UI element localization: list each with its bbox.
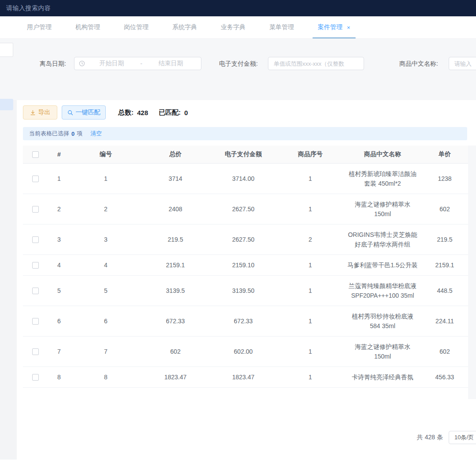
tab-menu-mgmt[interactable]: 菜单管理 [269,16,294,38]
left-gutter [0,100,17,460]
cell-code: 3 [71,224,141,254]
cell-code: 5 [71,275,141,306]
tab-system-dict[interactable]: 系统字典 [172,16,197,38]
cell-name: 卡诗菁纯亮泽经典香氛 [344,367,421,387]
cell-total: 672.33 [141,306,210,336]
date-range-picker[interactable]: 开始日期 - 结束日期 [74,57,201,70]
table-row: 1137143714.001植村秀新琥珀臻萃洁颜油套装 450ml*21238 [23,163,468,194]
header-checkbox-cell [23,146,48,163]
col-total-price: 总价 [141,146,210,163]
amount-input[interactable] [268,57,364,70]
date-end-placeholder[interactable]: 结束日期 [145,60,197,67]
tab-business-dict[interactable]: 业务字典 [221,16,245,38]
table-row: 77602602.001海蓝之谜修护精萃水 150ml602 [23,336,468,367]
table-header-row: # 编号 总价 电子支付金额 商品序号 商品中文名称 单价 [23,146,468,163]
cell-unit: 448.5 [421,275,468,306]
col-code: 编号 [71,146,141,163]
cell-epay: 3139.50 [210,275,277,306]
tab-bar: 用户管理 机构管理 岗位管理 系统字典 业务字典 菜单管理 案件管理 × [0,16,476,39]
tab-org-mgmt[interactable]: 机构管理 [75,16,100,38]
tab-post-mgmt[interactable]: 岗位管理 [124,16,149,38]
cell-unit: 602 [421,336,468,367]
row-checkbox[interactable] [32,262,39,269]
cell-total: 2408 [141,194,210,224]
matched-value: 0 [184,109,188,116]
row-checkbox-cell [23,254,48,275]
clear-selection-link[interactable]: 清空 [90,130,102,138]
match-stats: 总数: 428 已匹配: 0 [118,105,188,120]
cell-code: 2 [71,194,141,224]
global-search-input[interactable]: 请输入搜索内容 [6,4,51,12]
row-checkbox[interactable] [32,288,39,294]
table-row: 442159.12159.101马爹利蓝带干邑1.5公升装2159.1 [23,254,468,275]
cell-epay: 672.33 [210,306,277,336]
selection-prefix: 当前表格已选择 [29,130,69,138]
row-checkbox[interactable] [32,206,39,213]
row-checkbox[interactable] [32,318,39,325]
cell-name: 马爹利蓝带干邑1.5公升装 [344,254,421,275]
clock-icon [79,60,85,67]
col-unit-price: 单价 [421,146,468,163]
cell-name: 植村秀新琥珀臻萃洁颜油套装 450ml*2 [344,163,421,194]
close-icon[interactable]: × [347,24,350,31]
collapsed-panel-fragment [0,43,13,57]
cell-seq: 1 [277,163,344,194]
selection-count: 0 [71,131,74,137]
row-checkbox-cell [23,194,48,224]
cell-index: 6 [48,306,71,336]
cell-total: 2159.1 [141,254,210,275]
cell-epay: 2159.10 [210,254,277,275]
cell-index: 2 [48,194,71,224]
table-row: 881823.471823.471卡诗菁纯亮泽经典香氛456.33 [23,367,468,387]
cell-name: 海蓝之谜修护精萃水 150ml [344,336,421,367]
total-label: 总数: [118,108,134,117]
page-size-select[interactable]: 10条/页 [449,431,476,444]
cell-seq: 1 [277,336,344,367]
cell-code: 1 [71,163,141,194]
top-bar: 请输入搜索内容 [0,0,476,16]
export-button[interactable]: 导出 [23,105,57,120]
one-click-match-button[interactable]: 一键匹配 [62,105,106,120]
cell-seq: 2 [277,224,344,254]
cell-name: 海蓝之谜修护精萃水 150ml [344,194,421,224]
tab-case-mgmt[interactable]: 案件管理 × [318,16,350,38]
row-checkbox-cell [23,306,48,336]
cell-epay: 2627.50 [210,224,277,254]
row-checkbox[interactable] [32,176,39,182]
cell-name: 兰蔻菁纯臻颜精华粉底液SPF20PA+++100 35ml [344,275,421,306]
cell-index: 7 [48,336,71,367]
cell-unit: 2159.1 [421,254,468,275]
row-checkbox-cell [23,275,48,306]
cell-total: 1823.47 [141,367,210,387]
product-name-input[interactable] [449,57,476,70]
cell-name: ORIGINS韦博士灵芝焕能好底子精华水两件组 [344,224,421,254]
date-start-placeholder[interactable]: 开始日期 [86,60,138,67]
cell-unit: 456.33 [421,367,468,387]
cell-epay: 1823.47 [210,367,277,387]
row-checkbox[interactable] [32,374,39,381]
col-product-seq: 商品序号 [277,146,344,163]
page-size-value: 10条/页 [454,434,474,441]
col-product-name: 商品中文名称 [344,146,421,163]
select-all-checkbox[interactable] [32,151,39,158]
toolbar: 导出 一键匹配 总数: 428 已匹配: 0 [0,105,476,120]
cell-epay: 602.00 [210,336,277,367]
cell-seq: 1 [277,306,344,336]
row-checkbox[interactable] [32,348,39,355]
table-row: 2224082627.501海蓝之谜修护精萃水 150ml602 [23,194,468,224]
selection-bar: 当前表格已选择 0 项 清空 [23,127,467,140]
date-separator: - [138,60,145,67]
cell-unit: 224.11 [421,306,468,336]
cell-epay: 2627.50 [210,194,277,224]
cell-seq: 1 [277,275,344,306]
table-row: 33219.52627.502ORIGINS韦博士灵芝焕能好底子精华水两件组21… [23,224,468,254]
row-checkbox[interactable] [32,236,39,243]
cell-total: 602 [141,336,210,367]
total-value: 428 [137,109,148,116]
table-scroll-gutter[interactable] [468,146,476,399]
cell-unit: 1238 [421,163,468,194]
cell-total: 219.5 [141,224,210,254]
cell-code: 7 [71,336,141,367]
tab-user-mgmt[interactable]: 用户管理 [27,16,52,38]
matched-label: 已匹配: [159,108,181,117]
